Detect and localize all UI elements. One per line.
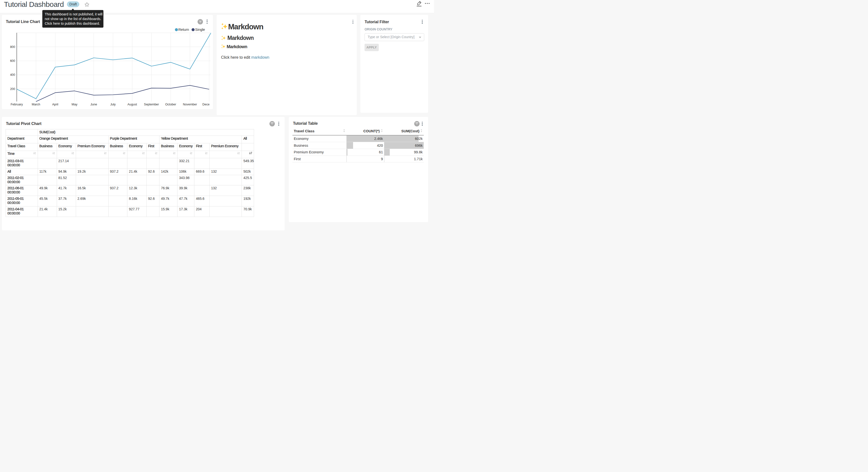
svg-text:June: June: [90, 103, 97, 106]
svg-text:600: 600: [10, 59, 15, 62]
svg-text:May: May: [72, 103, 78, 106]
svg-text:Return: Return: [179, 28, 189, 32]
svg-text:200: 200: [10, 87, 15, 90]
svg-text:February: February: [10, 103, 23, 106]
svg-text:400: 400: [10, 73, 15, 77]
svg-text:September: September: [144, 103, 159, 106]
svg-text:July: July: [110, 103, 116, 106]
svg-text:October: October: [165, 103, 176, 106]
svg-text:November: November: [183, 103, 197, 106]
svg-text:800: 800: [10, 45, 15, 49]
svg-text:April: April: [52, 103, 58, 106]
svg-text:Single: Single: [195, 28, 205, 32]
svg-text:Dece: Dece: [203, 103, 210, 106]
svg-text:March: March: [32, 103, 40, 106]
svg-text:August: August: [127, 103, 137, 106]
